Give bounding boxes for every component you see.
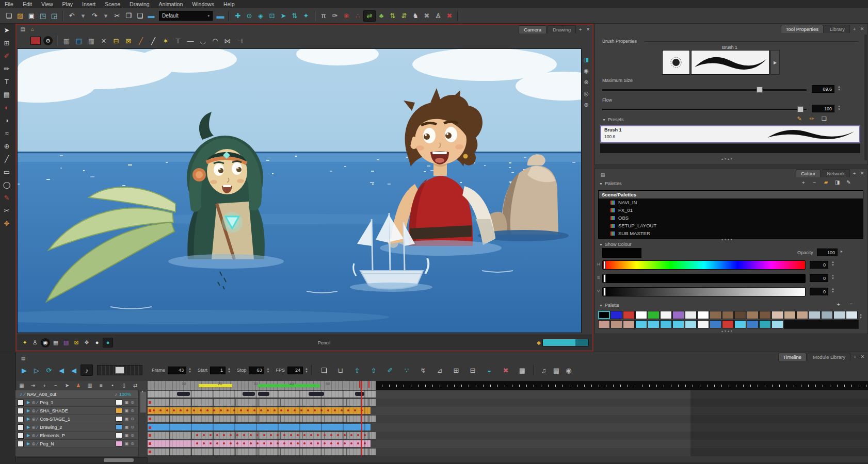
message-icon[interactable]: ▬	[215, 11, 226, 21]
keyframe-dot[interactable]	[303, 442, 306, 444]
tool-properties-scrollbar[interactable]	[864, 35, 867, 160]
lock-icon[interactable]: ⊟	[110, 36, 122, 46]
layer-row-SHA_SHADE[interactable]: ▶⊕∕SHA_SHADE▣⊙	[15, 407, 138, 415]
keyframe-dot[interactable]	[180, 409, 182, 411]
keyframe-dot[interactable]	[310, 442, 312, 444]
keyframe-dot[interactable]	[287, 409, 289, 411]
light-table-icon[interactable]: ▤	[73, 36, 85, 46]
colour-swatch[interactable]	[821, 311, 833, 319]
colour-swatch[interactable]	[648, 311, 660, 319]
timeline-tab-timeline[interactable]: Timeline	[778, 353, 807, 361]
select-tool[interactable]: ➤	[0, 24, 13, 37]
add-peg-icon[interactable]: ⇧	[349, 365, 365, 375]
sound-scrub-icon[interactable]: ♫	[538, 365, 550, 375]
onion-icon[interactable]: ⊙	[131, 441, 134, 446]
add-layer-icon[interactable]: ＋	[39, 382, 50, 390]
menu-play[interactable]: Play	[58, 0, 77, 8]
presets-collapse-arrow[interactable]: ▼	[602, 118, 606, 122]
camera-tab-drawing[interactable]: Drawing	[548, 25, 576, 34]
add-view-icon[interactable]: ＋	[577, 26, 584, 33]
reorder-up-down-icon[interactable]: ⇅	[387, 11, 398, 21]
grid-toggle-icon[interactable]: ▦	[51, 338, 60, 347]
camera-list-icon[interactable]: ▦	[17, 382, 27, 390]
keyframe-dot[interactable]	[243, 442, 245, 444]
toolprops-tab-library[interactable]: Library	[825, 25, 850, 33]
colour-swatch[interactable]	[635, 311, 647, 319]
lock-toggle-icon[interactable]: ⊠	[72, 338, 81, 347]
scale-icon[interactable]: ◈	[255, 11, 266, 21]
layer-enable-checkbox[interactable]	[18, 408, 24, 414]
keyframe-dot[interactable]	[317, 434, 319, 436]
scene-canvas[interactable]	[17, 48, 582, 333]
menu-file[interactable]: File	[0, 0, 18, 8]
add-keyframe-pen-icon[interactable]: ✐	[382, 365, 398, 375]
previous-frame-button[interactable]: ◀	[56, 365, 67, 375]
keyframe-dot[interactable]	[337, 442, 339, 444]
slider-spinner[interactable]: ▲▼	[831, 287, 834, 293]
colour-swatch[interactable]	[722, 320, 734, 328]
add-icon[interactable]: ⊕	[31, 441, 36, 446]
keyframe-dot[interactable]	[186, 409, 188, 411]
keyframe-dot[interactable]	[357, 442, 359, 444]
keyframe-marker[interactable]	[149, 418, 151, 420]
range-handle[interactable]	[115, 367, 124, 374]
grid-view-icon[interactable]: ▥	[85, 382, 95, 390]
film-icon[interactable]: ▤	[551, 365, 562, 375]
transform-tool[interactable]: ⊞	[0, 37, 13, 49]
align-left-icon[interactable]: ⊣	[234, 36, 246, 46]
colour-swatch[interactable]	[771, 320, 783, 328]
keyframe-dot[interactable]	[274, 409, 276, 411]
timeline-tab-module-library[interactable]: Module Library	[808, 353, 850, 361]
colour-swatch[interactable]	[734, 320, 746, 328]
colour-collapse-arrow[interactable]: ▼	[599, 243, 603, 246]
curve-down-icon[interactable]: ◡	[197, 36, 208, 46]
keyframe-dot[interactable]	[230, 434, 232, 436]
brush-tip-preview[interactable]	[662, 50, 690, 75]
orange-track[interactable]	[148, 407, 371, 414]
keyframe-dot[interactable]	[247, 409, 249, 411]
goto-icon[interactable]: ⇥	[28, 382, 38, 390]
colour-swatch[interactable]	[809, 311, 821, 319]
layer-colour-chip[interactable]	[116, 416, 122, 422]
remove-red-icon[interactable]: ✖	[498, 365, 513, 375]
slider-value-v[interactable]: 0	[810, 288, 828, 295]
keyframe-dot[interactable]	[200, 409, 202, 411]
menu-windows[interactable]: Windows	[187, 0, 219, 8]
character-icon[interactable]: ♙	[30, 338, 40, 347]
keyframe-dot[interactable]	[350, 442, 352, 444]
flow-slider[interactable]	[602, 109, 807, 111]
add-icon[interactable]: ⊕	[31, 425, 36, 430]
brush-tool[interactable]: ✐	[0, 49, 13, 62]
speaker-icon[interactable]: ♪	[20, 391, 22, 397]
keyframe-dot[interactable]	[297, 434, 299, 436]
keyframe-dot[interactable]	[230, 442, 232, 444]
menu-edit[interactable]: Edit	[18, 0, 37, 8]
colour-swatch[interactable]	[784, 311, 796, 319]
palette-list-icon[interactable]: ◨	[833, 179, 841, 186]
keyframe-dot[interactable]	[240, 409, 242, 411]
start-field-spinner[interactable]: ▲▼	[228, 367, 231, 373]
colour-swatch[interactable]	[685, 320, 697, 328]
no-view-icon[interactable]: ✕	[98, 36, 109, 46]
keyframe-dot[interactable]	[250, 442, 252, 444]
white-ball-icon[interactable]: ●	[92, 338, 102, 347]
colour-swatch[interactable]	[598, 320, 610, 328]
paste-icon[interactable]: ❏	[134, 11, 146, 21]
stop-motion-icon[interactable]: ✦	[300, 11, 312, 21]
playback-range-slider[interactable]	[97, 365, 142, 375]
expand-arrow-icon[interactable]: ▶	[27, 441, 30, 446]
keyframe-dot[interactable]	[206, 409, 208, 411]
colour-swatch[interactable]	[833, 311, 845, 319]
keyframe-dot[interactable]	[216, 442, 218, 444]
triangle-icon[interactable]: ⊿	[432, 365, 447, 375]
colour-swatch[interactable]	[660, 320, 672, 328]
flower-icon[interactable]: ⊛	[582, 101, 590, 108]
rectangle-tool[interactable]: ▭	[0, 165, 13, 178]
new-preset-page-icon[interactable]: ❏	[820, 115, 828, 122]
layer-enable-checkbox[interactable]	[18, 433, 24, 439]
colour-swatch[interactable]	[710, 320, 721, 328]
keyframe-dot[interactable]	[294, 409, 296, 411]
render-icon[interactable]: ◎	[582, 90, 590, 97]
motion-dots-icon[interactable]: ∵	[399, 365, 414, 375]
colour-swatch[interactable]	[759, 311, 771, 319]
